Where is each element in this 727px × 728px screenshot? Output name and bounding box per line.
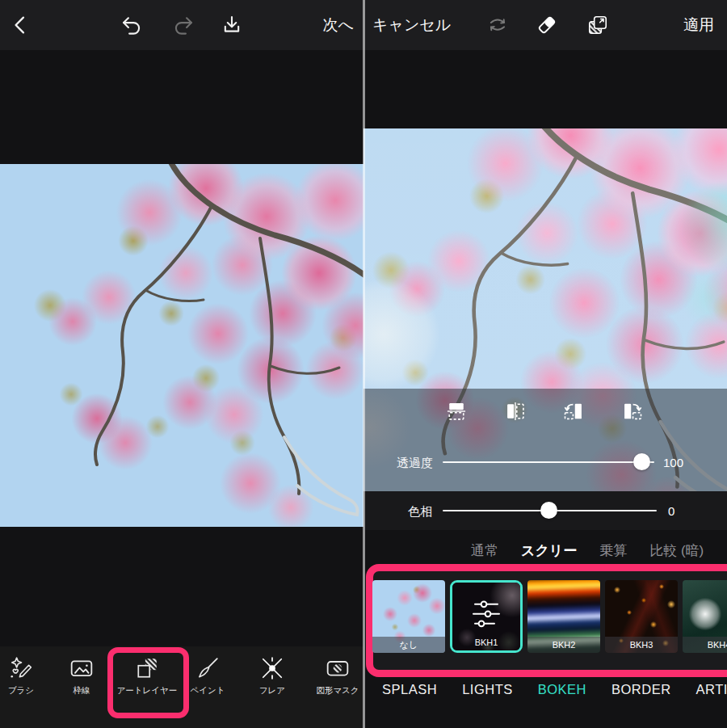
blend-mode-darken[interactable]: 比較 (暗) — [649, 541, 704, 560]
layer-top-bar: キャンセル — [364, 0, 727, 50]
filter-thumb-bkh1-selected[interactable]: BKH1 — [450, 580, 523, 653]
redo-icon — [172, 14, 195, 36]
editor-panel: 次へ — [0, 0, 364, 728]
flip-vertical-button[interactable] — [445, 400, 468, 423]
thumb-label: BKH3 — [605, 637, 678, 653]
thumb-label: BKH1 — [452, 634, 520, 650]
cancel-button[interactable]: キャンセル — [372, 0, 451, 50]
flare-icon — [260, 656, 284, 680]
rotate-clockwise-icon — [621, 400, 644, 423]
category-border[interactable]: BORDER — [611, 682, 671, 697]
tool-label: 図形マスク — [301, 685, 364, 696]
filter-category-tabs: SPLASH LIGHTS BOKEH BORDER ARTISTIC — [382, 677, 727, 701]
apply-button[interactable]: 適用 — [683, 0, 714, 50]
hue-label: 色相 — [408, 504, 432, 520]
filter-thumb-bkh2[interactable]: BKH2 — [527, 580, 600, 653]
blend-mode-tabs: 通常 スクリー 乗算 比較 (暗) 比較 (明) — [471, 538, 727, 562]
category-artistic[interactable]: ARTISTIC — [696, 682, 727, 697]
thumb-label: なし — [372, 637, 445, 653]
tool-flare[interactable]: フレア — [236, 656, 309, 696]
adjust-sliders-icon — [469, 598, 504, 630]
undo-icon — [120, 14, 143, 36]
rotate-counterclockwise-icon — [562, 400, 585, 423]
cherry-blossom-image — [0, 164, 364, 527]
hue-slider-row: 色相 0 — [364, 491, 727, 530]
next-button[interactable]: 次へ — [323, 0, 354, 50]
branches-graphic — [0, 164, 364, 527]
eraser-icon — [536, 14, 558, 36]
filter-thumb-none[interactable]: なし — [372, 580, 445, 653]
blend-mode-screen[interactable]: スクリー — [521, 541, 577, 560]
hue-value: 0 — [668, 504, 674, 518]
category-splash[interactable]: SPLASH — [382, 682, 437, 697]
canvas-photo — [0, 164, 364, 527]
opacity-slider-track[interactable] — [443, 461, 654, 463]
layer-controls-overlay: 透過度 100 — [364, 389, 727, 491]
filter-thumb-bkh3[interactable]: BKH3 — [605, 580, 678, 653]
blend-mode-normal[interactable]: 通常 — [471, 541, 498, 560]
tool-shape-mask[interactable]: 図形マスク — [301, 656, 364, 696]
eraser-button[interactable] — [536, 14, 558, 36]
flip-horizontal-icon — [504, 400, 527, 423]
thumb-label: BKH4 — [683, 637, 727, 653]
editor-top-bar: 次へ — [0, 0, 364, 50]
swap-icon — [486, 14, 509, 36]
back-button[interactable] — [10, 14, 32, 36]
hue-slider-handle[interactable] — [540, 502, 557, 519]
opacity-label: 透過度 — [397, 456, 433, 471]
filter-thumbnails: なし BKH1 BKH2 BKH3 BKH4 — [372, 580, 727, 653]
opacity-slider-row: 透過度 100 — [364, 435, 727, 491]
save-download-button[interactable] — [221, 14, 243, 36]
flip-horizontal-button[interactable] — [504, 400, 527, 423]
category-bokeh[interactable]: BOKEH — [538, 682, 586, 697]
blend-layers-button[interactable] — [586, 14, 609, 36]
tool-label: フレア — [236, 685, 309, 696]
back-chevron-icon — [10, 14, 32, 36]
download-icon — [221, 14, 243, 36]
panel-divider — [363, 0, 365, 728]
opacity-slider-handle[interactable] — [633, 453, 650, 470]
frame-icon — [69, 656, 94, 680]
art-layer-highlight-rectangle — [107, 647, 189, 718]
shape-mask-icon — [326, 656, 350, 680]
rotate-cw-button[interactable] — [621, 400, 644, 423]
magic-brush-icon — [9, 656, 33, 680]
category-lights[interactable]: LIGHTS — [462, 682, 513, 697]
swap-layer-button[interactable] — [486, 14, 509, 36]
paint-brush-icon — [195, 656, 220, 680]
opacity-value: 100 — [663, 456, 683, 469]
art-layer-panel: キャンセル — [364, 0, 727, 728]
thumb-label: BKH2 — [527, 637, 600, 653]
redo-button[interactable] — [172, 14, 195, 36]
rotate-ccw-button[interactable] — [562, 400, 585, 423]
filter-thumb-bkh4[interactable]: BKH4 — [683, 580, 727, 653]
blend-mode-multiply[interactable]: 乗算 — [599, 541, 627, 560]
app-screen: 次へ — [0, 0, 727, 728]
flip-vertical-icon — [445, 400, 468, 423]
blend-layers-icon — [586, 14, 609, 36]
undo-button[interactable] — [120, 14, 143, 36]
